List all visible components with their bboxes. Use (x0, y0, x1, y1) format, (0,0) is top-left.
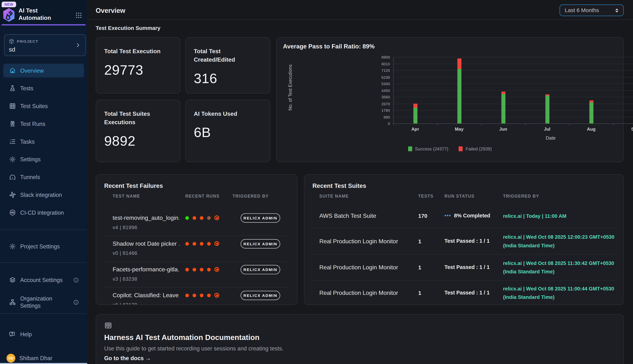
bar-jun (501, 92, 505, 124)
run-dot-fail (207, 293, 211, 297)
tasks-icon (9, 138, 16, 145)
y-tick-label: 4450 (374, 88, 390, 92)
sidebar-item-label: Project Settings (20, 243, 60, 250)
app-switcher-icon[interactable] (75, 12, 83, 19)
suite-name: AWS Batch Test Suite (319, 212, 376, 219)
sidebar-item-settings[interactable]: Settings (3, 152, 84, 166)
triggered-by-button[interactable]: RELICX ADMIN (241, 239, 280, 248)
suite-run-status: •••8% Completed (444, 212, 490, 218)
x-tick-mark (393, 124, 394, 126)
y-tick-label: 5340 (374, 82, 390, 86)
sidebar-item-ci-cd-integration[interactable]: CI-CD integration (3, 206, 84, 220)
failed-segment (589, 100, 593, 102)
failure-row[interactable]: Shadow root Date picker ...v0 | 81466REL… (104, 236, 289, 262)
run-dot-fail (200, 216, 203, 220)
project-selector[interactable]: PROJECT sd (4, 34, 86, 56)
legend-item-success[interactable]: Success (24377) (408, 146, 448, 151)
triggered-by-button[interactable]: RELICX ADMIN (241, 265, 280, 274)
column-header: RECENT RUNS (185, 194, 219, 198)
suite-run-status: Test Passed : 1 / 1 (444, 264, 490, 270)
suite-row[interactable]: AWS Batch Test Suite170•••8% Completedre… (312, 204, 615, 228)
sidebar-item-label: Help (20, 330, 32, 338)
test-name: test-removing_auto_login... (113, 215, 179, 221)
failure-row[interactable]: test-removing_auto_login...v4 | 81996REL… (104, 210, 289, 236)
x-tick-mark (613, 124, 613, 126)
avatar: SD (7, 354, 15, 362)
sidebar-item-test-suites[interactable]: Test Suites (3, 99, 84, 113)
sidebar-item-tests[interactable]: Tests (3, 82, 84, 95)
bottom-scrollbar[interactable] (0, 363, 87, 364)
suite-row[interactable]: Real Production Login Monitor1Test Passe… (312, 281, 615, 305)
triggered-by-button[interactable]: RELICX ADMIN (241, 213, 280, 223)
gear-icon (9, 243, 16, 250)
run-dot-fail (193, 268, 196, 271)
run-dot-fail (200, 268, 203, 271)
triggered-by-button[interactable]: RELICX ADMIN (241, 291, 280, 300)
x-tick-mark (437, 124, 438, 126)
sidebar-item-label: Organization Settings (20, 295, 65, 310)
sidebar-item-overview[interactable]: Overview (3, 64, 84, 78)
status-text: 8% Completed (454, 212, 490, 218)
suite-row[interactable]: Real Production Login Monitor1Test Passe… (312, 228, 615, 254)
chart-legend: Success (24377)Failed (2939) (276, 146, 623, 151)
sidebar-item-tunnels[interactable]: Tunnels (3, 170, 84, 184)
gridline (393, 104, 633, 104)
chevron-right-icon (75, 42, 81, 48)
failure-row[interactable]: Facets-performance-gitla...v3 | 63238REL… (104, 262, 289, 288)
home-icon (9, 67, 16, 74)
sidebar-item-label: Settings (20, 156, 41, 162)
recent-test-failures-panel: Recent Test Failures TEST NAME RECENT RU… (96, 174, 297, 305)
recent-runs (185, 267, 219, 272)
run-dot-fail (200, 293, 203, 297)
suite-tests-count: 1 (418, 264, 421, 270)
gridline (393, 117, 633, 117)
sidebar-item-test-runs[interactable]: Test Runs (3, 117, 84, 131)
select-chevrons-icon (615, 8, 618, 12)
info-icon[interactable] (73, 277, 79, 283)
suite-triggered-by[interactable]: relicx.ai | Wed Oct 08 2025 11:00:44 GMT… (503, 284, 621, 302)
suite-tests-count: 1 (418, 238, 421, 244)
chart-title: Average Pass to Fail Ratio: 89% (283, 43, 375, 50)
run-dot-latest-failed (214, 216, 219, 220)
sidebar-item-project-settings[interactable]: Project Settings (3, 240, 84, 253)
legend-swatch (408, 146, 412, 151)
docs-icon (104, 322, 112, 330)
test-version-id: v0 | 81466 (113, 250, 137, 256)
legend-item-failed[interactable]: Failed (2939) (459, 146, 492, 151)
suite-triggered-by[interactable]: relicx.ai | Wed Oct 08 2025 11:30:42 GMT… (503, 259, 621, 276)
sidebar-divider (0, 230, 87, 230)
test-name: Copilot: Classified: Leave... (113, 292, 179, 298)
run-dot-fail (185, 242, 189, 246)
sidebar-item-tasks[interactable]: Tasks (3, 135, 84, 148)
suite-name: Real Production Login Monitor (319, 264, 398, 270)
x-tick-label: Apr (403, 126, 427, 131)
go-to-docs-link[interactable]: Go to the docs → (104, 355, 151, 362)
sidebar-item-account-settings[interactable]: Account Settings (3, 273, 84, 287)
x-tick-mark (525, 124, 526, 126)
chart-x-axis-label: Date (526, 136, 575, 140)
sidebar-item-organization-settings[interactable]: Organization Settings (3, 293, 84, 311)
sidebar-divider (0, 262, 87, 263)
failure-row[interactable]: Copilot: Classified: Leave...v6 | 63129R… (104, 288, 289, 305)
grid-icon (9, 102, 16, 110)
recent-test-suites-panel: Recent Test Suites SUITE NAME TESTS RUN … (304, 174, 624, 305)
status-text: Test Passed : 1 / 1 (444, 264, 490, 270)
pass-fail-chart-panel: Average Pass to Fail Ratio: 89% No. of T… (276, 37, 624, 162)
stat-card-total-test-created: Total Test Created/Edited 316 (185, 37, 270, 94)
help-chat-icon (9, 331, 16, 338)
sidebar-item-label: Overview (20, 67, 44, 74)
status-text: Test Passed : 1 / 1 (444, 238, 490, 244)
date-range-select[interactable]: Last 6 Months (559, 4, 624, 16)
suite-row[interactable]: Real Production Login Monitor1Test Passe… (312, 254, 615, 281)
sidebar-item-help[interactable]: Help (3, 328, 84, 341)
run-dot-fail (207, 242, 211, 246)
suite-triggered-by[interactable]: relicx.ai | Today | 11:00 AM (503, 212, 621, 220)
sidebar-item-slack-integration[interactable]: Slack integration (3, 188, 84, 202)
user-menu[interactable]: SD Shibam Dhar (3, 354, 53, 362)
gridline (393, 57, 633, 57)
info-icon[interactable] (73, 299, 79, 305)
date-range-value: Last 6 Months (565, 7, 599, 14)
user-name: Shibam Dhar (20, 355, 53, 362)
page-title: Overview (96, 7, 125, 14)
suite-triggered-by[interactable]: relicx.ai | Wed Oct 08 2025 12:00:23 GMT… (503, 233, 621, 250)
